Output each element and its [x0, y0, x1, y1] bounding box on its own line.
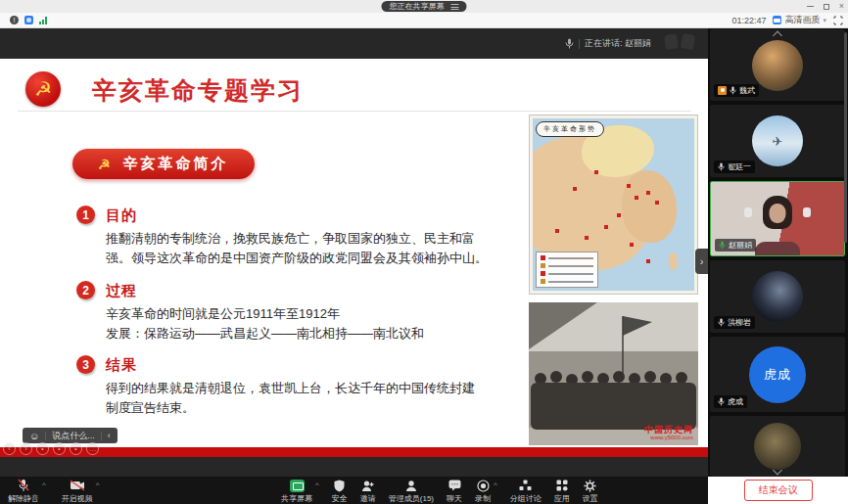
quality-selector[interactable]: 高清画质 ▾: [773, 14, 826, 26]
section-number: 2: [76, 281, 95, 299]
chat-button[interactable]: 聊天: [447, 479, 462, 504]
share-indicator-label: 您正在共享屏幕: [390, 1, 445, 12]
next-slide-arrow[interactable]: ›: [695, 249, 708, 274]
participant-tile[interactable]: 魏武: [710, 29, 845, 101]
raised-hands-icons: [665, 34, 694, 49]
network-signal-icon[interactable]: [39, 17, 47, 24]
mic-muted-icon: [718, 162, 725, 171]
map-title: 辛亥革命形势: [536, 121, 604, 137]
participant-tile[interactable]: 洪柳岩: [710, 260, 845, 333]
zoom-control-icon[interactable]: •: [70, 442, 82, 455]
participant-tile[interactable]: 虎成 虎成: [710, 337, 845, 412]
chevron-up-icon[interactable]: ^: [494, 481, 497, 504]
fullscreen-icon[interactable]: [833, 16, 843, 25]
map-land: [622, 170, 677, 243]
participant-tile[interactable]: ✈ 翟廷一: [710, 105, 845, 177]
record-button[interactable]: 录制: [475, 479, 491, 504]
participant-name: 魏武: [739, 85, 755, 96]
apps-grid-icon: [556, 480, 568, 491]
chevron-up-icon[interactable]: ^: [42, 481, 46, 504]
participant-tile[interactable]: [710, 416, 845, 477]
start-video-label: 开启视频: [62, 493, 93, 504]
invite-person-icon: [361, 480, 374, 492]
slide-control-ghosts: ‹ › • • • …: [3, 442, 99, 455]
quality-label: 高清画质: [784, 14, 820, 26]
collapse-chat-icon[interactable]: ‹: [108, 431, 111, 440]
map-flag-marker: [617, 213, 621, 217]
share-screen-label: 共享屏幕: [281, 493, 312, 504]
avatar: [752, 40, 803, 91]
participant-name-tag: 翟廷一: [714, 160, 755, 173]
shared-screen-stage: 正在讲话: 赵丽娟 ☭ 辛亥革命专题学习 ☭ 辛亥革命简介 1 目的 推翻清朝的…: [0, 28, 708, 477]
emoji-icon[interactable]: ☺: [29, 431, 39, 441]
participant-tile-speaking[interactable]: 赵丽娟: [710, 181, 845, 256]
map-flag-marker: [594, 170, 598, 174]
participant-name-tag: 洪柳岩: [714, 316, 755, 329]
map-flag-marker: [555, 229, 559, 233]
close-icon[interactable]: ×: [839, 2, 844, 11]
pen-control-icon[interactable]: •: [53, 442, 66, 455]
chat-quick-input[interactable]: ☺ 说点什么... ‹: [23, 428, 118, 443]
speaking-indicator: 正在讲话: 赵丽娟: [565, 37, 651, 50]
share-menu-icon[interactable]: [451, 4, 459, 10]
manage-members-button[interactable]: 管理成员(15): [389, 479, 434, 504]
photo-watermark: 中国历史网 www.y5000.com: [644, 426, 693, 441]
next-control-icon[interactable]: ›: [20, 442, 32, 455]
more-control-icon[interactable]: …: [86, 442, 99, 455]
section-heading: 过程: [106, 282, 137, 300]
chevron-down-icon: ▾: [823, 17, 826, 24]
apps-button[interactable]: 应用: [554, 479, 570, 504]
unmute-button[interactable]: 解除静音: [8, 479, 39, 504]
gear-icon: [584, 480, 596, 492]
meeting-window: 您正在共享屏幕 × ! 01:22:47 高清画质 ▾: [0, 0, 848, 504]
minimize-icon[interactable]: [807, 6, 814, 7]
chevron-up-icon[interactable]: ^: [96, 481, 100, 504]
meeting-statusbar: ! 01:22:47 高清画质 ▾: [0, 13, 848, 28]
avatar: ✈: [752, 115, 803, 166]
raised-hand-icon: [681, 33, 695, 50]
breakout-rooms-button[interactable]: 分组讨论: [510, 479, 542, 504]
app-logo-icon: [24, 16, 33, 24]
settings-button[interactable]: 设置: [583, 479, 598, 504]
window-controls: ×: [807, 0, 844, 13]
sidebar-scrollbar[interactable]: [844, 32, 847, 243]
mic-muted-icon: [718, 318, 725, 327]
badge-label: 辛亥革命简介: [123, 155, 229, 173]
share-indicator-pill[interactable]: 您正在共享屏幕: [382, 1, 467, 12]
participant-name-tag: 虎成: [714, 395, 747, 408]
invite-button[interactable]: 邀请: [360, 479, 376, 504]
party-emblem-icon: ☭: [98, 157, 114, 172]
participant-name: 洪柳岩: [728, 317, 751, 328]
section-heading: 结果: [106, 356, 137, 375]
divider: [101, 432, 102, 440]
revolution-map-image: 辛亥革命形势: [529, 115, 698, 295]
members-icon: [405, 480, 417, 492]
share-screen-button[interactable]: 共享屏幕: [281, 479, 312, 504]
chevron-up-icon[interactable]: ^: [315, 481, 319, 504]
pointer-control-icon[interactable]: •: [36, 442, 49, 455]
meeting-info-icon[interactable]: !: [10, 16, 19, 24]
meeting-toolbar: 解除静音 ^ 开启视频 ^: [0, 477, 708, 504]
start-video-button[interactable]: 开启视频: [62, 479, 93, 504]
host-badge-icon: [718, 86, 727, 95]
section-number: 3: [76, 355, 95, 374]
chat-label: 聊天: [447, 493, 462, 504]
apps-label: 应用: [554, 493, 570, 504]
slide-footer-bar: [0, 447, 708, 457]
map-legend: [536, 252, 598, 288]
share-banner: 您正在共享屏幕 ×: [0, 0, 848, 13]
mic-muted-icon: [718, 397, 725, 406]
party-emblem-icon: ☭: [25, 71, 61, 107]
maximize-icon[interactable]: [824, 4, 829, 10]
unmute-label: 解除静音: [8, 493, 39, 504]
participants-sidebar: 魏武 ✈ 翟廷一 赵丽娟 洪柳岩: [708, 28, 848, 477]
security-button[interactable]: 安全: [332, 479, 348, 504]
manage-members-label: 管理成员(15): [389, 493, 434, 504]
map-flag-marker: [573, 187, 577, 191]
avatar: [752, 271, 803, 322]
settings-label: 设置: [583, 493, 598, 504]
screen-share-icon: [290, 480, 305, 492]
end-meeting-button[interactable]: 结束会议: [744, 480, 813, 501]
chat-placeholder[interactable]: 说点什么...: [52, 430, 95, 442]
prev-control-icon[interactable]: ‹: [3, 442, 16, 455]
